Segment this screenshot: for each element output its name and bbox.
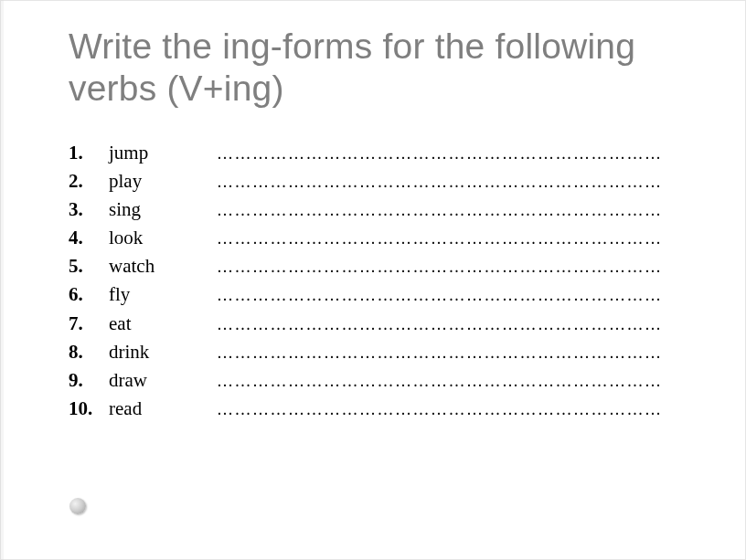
answer-blank: ………………………………………………………………… <box>217 338 663 366</box>
slide-edge <box>0 0 4 560</box>
item-number: 6. <box>69 280 109 309</box>
item-verb: eat <box>109 310 217 338</box>
item-verb: drink <box>109 338 217 366</box>
page-title: Write the ing-forms for the following ve… <box>69 26 696 110</box>
list-item: 4. look ………………………………………………………………… <box>69 224 663 252</box>
list-item: 9. draw ………………………………………………………………… <box>69 366 663 395</box>
list-item: 2. play ………………………………………………………………… <box>69 167 663 195</box>
item-number: 10. <box>69 395 109 423</box>
item-number: 5. <box>69 252 109 280</box>
answer-blank: ………………………………………………………………… <box>217 280 663 309</box>
verb-list: 1. jump ………………………………………………………………… 2. pla… <box>69 139 663 423</box>
item-number: 4. <box>69 224 109 252</box>
item-number: 7. <box>69 310 109 338</box>
item-verb: fly <box>109 280 217 309</box>
answer-blank: ………………………………………………………………… <box>217 366 663 395</box>
list-item: 7. eat ………………………………………………………………… <box>69 310 663 338</box>
answer-blank: ………………………………………………………………… <box>217 224 663 252</box>
item-number: 1. <box>69 139 109 167</box>
answer-blank: ………………………………………………………………… <box>217 195 663 224</box>
answer-blank: ………………………………………………………………… <box>217 139 663 167</box>
item-verb: look <box>109 224 217 252</box>
list-item: 1. jump ………………………………………………………………… <box>69 139 663 167</box>
item-verb: draw <box>109 366 217 395</box>
item-number: 3. <box>69 195 109 224</box>
list-item: 3. sing ………………………………………………………………… <box>69 195 663 224</box>
item-verb: watch <box>109 252 217 280</box>
answer-blank: ………………………………………………………………… <box>217 167 663 195</box>
slide: Write the ing-forms for the following ve… <box>0 0 746 560</box>
answer-blank: ………………………………………………………………… <box>217 310 663 338</box>
answer-blank: ………………………………………………………………… <box>217 252 663 280</box>
bullet-icon <box>69 498 86 514</box>
item-number: 9. <box>69 366 109 395</box>
answer-blank: ………………………………………………………………… <box>217 395 663 423</box>
list-item: 8. drink ………………………………………………………………… <box>69 338 663 366</box>
item-verb: sing <box>109 195 217 224</box>
list-item: 6. fly ………………………………………………………………… <box>69 280 663 309</box>
item-number: 2. <box>69 167 109 195</box>
item-verb: play <box>109 167 217 195</box>
list-item: 5. watch ………………………………………………………………… <box>69 252 663 280</box>
item-verb: jump <box>109 139 217 167</box>
list-item: 10. read ………………………………………………………………… <box>69 395 663 423</box>
item-number: 8. <box>69 338 109 366</box>
item-verb: read <box>109 395 217 423</box>
